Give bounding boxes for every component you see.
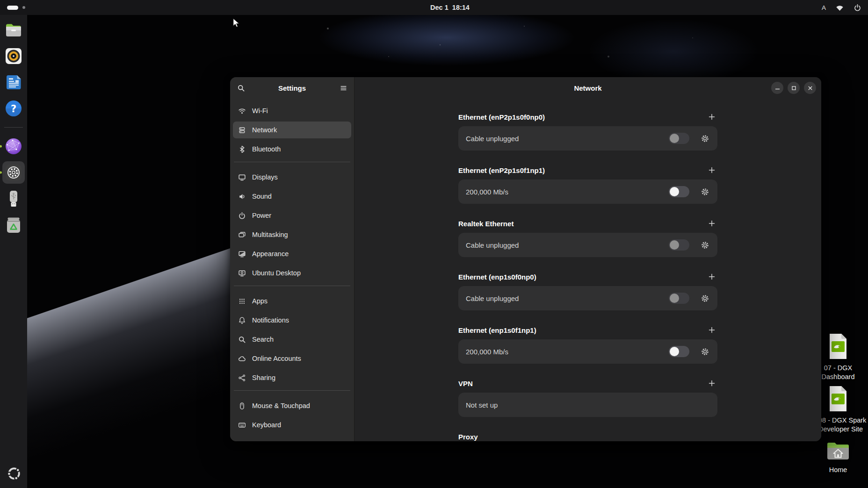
top-bar: Dec 1 18:14 A (0, 0, 868, 15)
connection-toggle[interactable] (669, 239, 689, 251)
displays-icon (238, 173, 246, 181)
connection-card: Cable unplugged (458, 126, 717, 151)
close-button[interactable] (804, 82, 816, 94)
circle-icon (238, 440, 246, 442)
sidebar-item-sharing[interactable]: Sharing (233, 369, 351, 386)
connection-toggle[interactable] (669, 133, 689, 144)
sidebar-item-apps[interactable]: Apps (233, 293, 351, 309)
row-controls (669, 239, 710, 251)
section-title: Ethernet (enP2p1s0f1np1) (458, 166, 545, 174)
desktop-icon-label: 08 - DGX SparkDeveloper Site (818, 416, 858, 434)
connection-settings-button[interactable] (700, 133, 710, 144)
search-button[interactable] (234, 81, 248, 95)
home-folder-icon (825, 439, 851, 464)
sidebar-item-displays[interactable]: Displays (233, 169, 351, 186)
dock-item-files[interactable] (2, 19, 25, 41)
wifi-filled-icon (836, 4, 844, 12)
clock[interactable]: Dec 1 18:14 (430, 0, 470, 15)
dock-item-writer[interactable] (2, 71, 25, 93)
workspace-indicator[interactable] (7, 0, 25, 15)
sidebar-item-mouse-touchpad[interactable]: Mouse & Touchpad (233, 397, 351, 414)
connection-card: 200,000 Mb/s (458, 339, 717, 364)
sidebar-item-notifications[interactable]: Notifications (233, 312, 351, 329)
plus-icon (708, 113, 716, 121)
toggle-knob (670, 240, 679, 250)
power-icon (854, 4, 861, 12)
sidebar-item-ubuntu-desktop[interactable]: Ubuntu Desktop (233, 265, 351, 281)
search-icon (238, 336, 246, 344)
trash-icon (3, 215, 24, 235)
dock-item-web-globe[interactable] (2, 135, 25, 158)
multitasking-icon (238, 231, 246, 239)
help-icon: ? (3, 98, 24, 119)
add-connection-button[interactable] (706, 324, 717, 336)
desktop-icon-08-dgx-spark-developer-site[interactable]: 08 - DGX SparkDeveloper Site (818, 385, 858, 434)
sidebar-item-label: Sharing (252, 374, 275, 381)
maximize-icon (791, 85, 797, 91)
desktop-icon-07-dgx-dashboard[interactable]: 07 - DGXDashboard (818, 333, 858, 381)
plus-icon (708, 326, 716, 334)
sidebar-item-bluetooth[interactable]: Bluetooth (233, 141, 351, 158)
main-menu-button[interactable] (336, 81, 350, 95)
sidebar-item-appearance[interactable]: Appearance (233, 245, 351, 262)
connection-settings-button[interactable] (700, 187, 710, 197)
section-header: Ethernet (enP2p1s0f1np1) (458, 165, 717, 175)
dock-item-music[interactable] (2, 45, 25, 67)
ubuntu-icon (238, 269, 246, 277)
dock-item-usb-drive[interactable] (2, 187, 25, 210)
sidebar-item-item[interactable] (233, 436, 351, 441)
desktop-icon-label: 07 - DGXDashboard (818, 364, 858, 381)
connection-settings-button[interactable] (700, 240, 710, 250)
appearance-icon (238, 250, 246, 258)
sidebar-item-power[interactable]: Power (233, 207, 351, 224)
section-header: Proxy (458, 432, 717, 441)
connection-settings-button[interactable] (700, 293, 710, 303)
show-apps-button[interactable] (5, 465, 23, 482)
workspace-dot[interactable] (22, 6, 25, 9)
sidebar-item-label: Sound (252, 193, 272, 200)
dock-item-trash[interactable] (2, 214, 25, 236)
dock-item-help[interactable]: ? (2, 97, 25, 120)
section-realtek-ethernet: Realtek EthernetCable unplugged (458, 219, 717, 257)
sidebar-item-network[interactable]: Network (233, 122, 351, 138)
section-header: Ethernet (enp1s0f0np0) (458, 272, 717, 281)
close-icon (807, 85, 813, 91)
system-status-area[interactable]: A (822, 0, 861, 15)
section-title: Realtek Ethernet (458, 220, 514, 228)
section-vpn: VPNNot set up (458, 379, 717, 417)
connection-toggle[interactable] (669, 186, 689, 197)
connection-toggle[interactable] (669, 293, 689, 304)
add-connection-button[interactable] (706, 165, 717, 176)
add-connection-button[interactable] (706, 111, 717, 122)
toggle-knob (670, 134, 679, 143)
sidebar-item-label: Bluetooth (252, 145, 281, 153)
sidebar-item-online-accounts[interactable]: Online Accounts (233, 350, 351, 367)
add-connection-button[interactable] (706, 218, 717, 229)
sidebar-item-label: Notifications (252, 316, 289, 324)
sidebar-nav: Wi-FiNetworkBluetoothDisplaysSoundPowerM… (230, 99, 354, 441)
connection-row: Not set up (458, 393, 717, 417)
workspace-pill-active[interactable] (7, 6, 18, 10)
toggle-knob (670, 347, 679, 356)
sidebar-item-keyboard[interactable]: Keyboard (233, 416, 351, 433)
connection-settings-button[interactable] (700, 346, 710, 357)
dock-divider (4, 127, 23, 128)
network-content: Ethernet (enP2p1s0f0np0)Cable unpluggedE… (354, 99, 821, 441)
connection-toggle[interactable] (669, 346, 689, 357)
minimize-icon (774, 85, 781, 91)
add-connection-button[interactable] (706, 378, 717, 389)
add-connection-button[interactable] (706, 271, 717, 282)
minimize-button[interactable] (771, 82, 783, 94)
sidebar-item-sound[interactable]: Sound (233, 188, 351, 205)
desktop-icon-home[interactable]: Home (818, 439, 858, 474)
sidebar-item-multitasking[interactable]: Multitasking (233, 226, 351, 243)
sidebar-item-wi-fi[interactable]: Wi-Fi (233, 102, 351, 119)
maximize-button[interactable] (788, 82, 800, 94)
gear-icon (701, 187, 709, 196)
globe-icon (3, 136, 24, 157)
sidebar-divider (234, 162, 350, 162)
sidebar-item-search[interactable]: Search (233, 331, 351, 348)
dock-item-settings[interactable] (2, 161, 25, 184)
section-ethernet-enp2p1s0f1np1: Ethernet (enP2p1s0f1np1)200,000 Mb/s (458, 165, 717, 204)
sidebar-item-label: Online Accounts (252, 355, 301, 362)
